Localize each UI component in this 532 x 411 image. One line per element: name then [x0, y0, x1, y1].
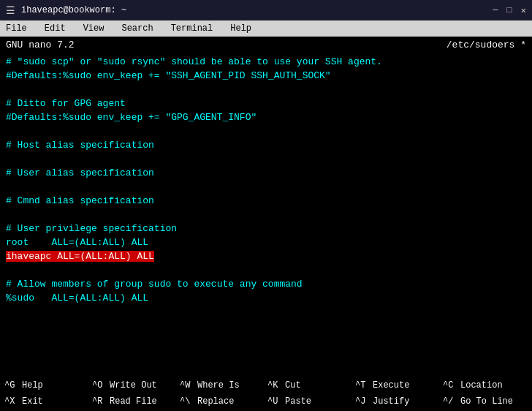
shortcut-execute[interactable]: ^T Execute [354, 377, 441, 393]
shortcut-paste[interactable]: ^U Paste [266, 393, 354, 410]
label-help: Help [22, 380, 43, 391]
key-cw: ^W [180, 380, 194, 391]
nano-header: GNU nano 7.2 /etc/sudoers * [0, 37, 532, 53]
editor-line-2: #Defaults:%sudo env_keep += "SSH_AGENT_P… [6, 69, 526, 83]
close-button[interactable]: ✕ [521, 5, 526, 16]
label-replace: Replace [197, 396, 234, 407]
key-cx: ^X [4, 396, 19, 407]
menu-edit[interactable]: Edit [42, 23, 69, 34]
label-whereis: Where Is [197, 380, 240, 391]
key-co: ^O [92, 380, 107, 391]
menu-bar: File Edit View Search Terminal Help [0, 20, 532, 37]
cursor-text: ihaveapc ALL=(ALL:ALL) ALL [6, 251, 154, 262]
minimize-button[interactable]: — [493, 5, 498, 15]
editor-cursor-line[interactable]: ihaveapc ALL=(ALL:ALL) ALL [6, 250, 526, 264]
key-cj: ^J [355, 396, 370, 407]
shortcuts-bar: ^G Help ^O Write Out ^W Where Is ^K Cut … [0, 376, 532, 411]
shortcut-whereis[interactable]: ^W Where Is [178, 377, 266, 393]
shortcut-cut[interactable]: ^K Cut [266, 377, 354, 393]
menu-search[interactable]: Search [118, 23, 156, 34]
shortcut-justify[interactable]: ^J Justify [354, 393, 441, 410]
editor-line-17: # Allow members of group sudo to execute… [6, 278, 526, 292]
title-bar: ☰ ihaveapc@bookworm: ~ — □ ✕ [0, 0, 532, 20]
nano-version: GNU nano 7.2 [6, 39, 75, 50]
label-readfile: Read File [110, 396, 157, 407]
editor-line-3 [6, 83, 526, 97]
key-ct: ^T [355, 380, 370, 391]
shortcut-gotoline[interactable]: ^/ Go To Line [441, 393, 529, 410]
nano-filename: /etc/sudoers * [446, 39, 526, 50]
menu-terminal[interactable]: Terminal [168, 23, 216, 34]
editor-area[interactable]: # "sudo scp" or "sudo rsync" should be a… [0, 53, 532, 376]
menu-view[interactable]: View [80, 23, 107, 34]
shortcut-readfile[interactable]: ^R Read File [91, 393, 178, 410]
window-controls: — □ ✕ [493, 5, 526, 16]
editor-line-16 [6, 264, 526, 278]
editor-line-10 [6, 181, 526, 195]
key-cslash: ^/ [443, 396, 457, 407]
key-cbslash: ^\ [180, 396, 194, 407]
editor-line-1: # "sudo scp" or "sudo rsync" should be a… [6, 56, 526, 69]
label-writeout: Write Out [110, 380, 157, 391]
key-cr: ^R [92, 396, 107, 407]
key-ck: ^K [267, 380, 282, 391]
editor-line-14: root ALL=(ALL:ALL) ALL [6, 236, 526, 250]
label-paste: Paste [285, 396, 311, 407]
shortcut-location[interactable]: ^C Location [441, 377, 529, 393]
shortcut-replace[interactable]: ^\ Replace [178, 393, 266, 410]
editor-line-4: # Ditto for GPG agent [6, 97, 526, 111]
label-cut: Cut [285, 380, 301, 391]
window-title: ihaveapc@bookworm: ~ [21, 5, 126, 15]
label-gotoline: Go To Line [460, 396, 513, 407]
title-bar-left: ☰ ihaveapc@bookworm: ~ [6, 4, 126, 17]
editor-line-5: #Defaults:%sudo env_keep += "GPG_AGENT_I… [6, 111, 526, 125]
shortcut-exit[interactable]: ^X Exit [3, 393, 91, 410]
key-cu: ^U [267, 396, 282, 407]
editor-line-12 [6, 208, 526, 222]
editor-line-7: # Host alias specification [6, 139, 526, 153]
shortcut-writeout[interactable]: ^O Write Out [91, 377, 178, 393]
editor-line-9: # User alias specification [6, 167, 526, 181]
maximize-button[interactable]: □ [507, 5, 512, 15]
editor-line-11: # Cmnd alias specification [6, 195, 526, 208]
label-location: Location [460, 380, 503, 391]
label-execute: Execute [373, 380, 409, 391]
editor-line-18: %sudo ALL=(ALL:ALL) ALL [6, 292, 526, 306]
menu-help[interactable]: Help [227, 23, 254, 34]
key-cg: ^G [4, 380, 19, 391]
editor-line-8 [6, 153, 526, 167]
label-justify: Justify [373, 396, 409, 407]
hamburger-icon[interactable]: ☰ [6, 4, 15, 17]
editor-line-6 [6, 125, 526, 139]
menu-file[interactable]: File [3, 23, 30, 34]
key-cc: ^C [443, 380, 457, 391]
editor-line-13: # User privilege specification [6, 222, 526, 236]
shortcut-help[interactable]: ^G Help [3, 377, 91, 393]
label-exit: Exit [22, 396, 43, 407]
